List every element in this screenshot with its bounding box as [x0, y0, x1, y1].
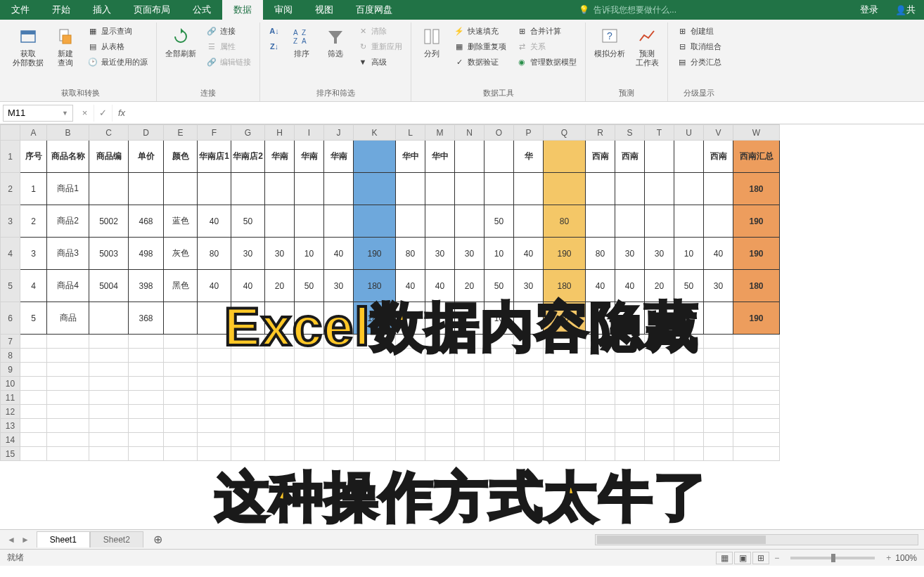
row-header[interactable]: 2 — [1, 173, 20, 205]
empty-cell[interactable] — [354, 363, 396, 377]
data-cell[interactable]: 468 — [129, 205, 164, 238]
column-header[interactable]: R — [586, 125, 615, 141]
data-cell[interactable]: 灰色 — [164, 238, 198, 270]
empty-cell[interactable] — [615, 377, 645, 391]
data-cell[interactable] — [129, 173, 164, 205]
empty-cell[interactable] — [47, 335, 89, 349]
empty-cell[interactable] — [231, 447, 265, 461]
data-cell[interactable]: 10 — [485, 238, 514, 270]
empty-cell[interactable] — [265, 335, 295, 349]
header-cell[interactable]: 序号 — [20, 141, 47, 173]
empty-cell[interactable] — [586, 363, 615, 377]
menu-tab-页面布局[interactable]: 页面布局 — [122, 0, 181, 20]
formula-input[interactable] — [131, 105, 924, 122]
empty-cell[interactable] — [231, 433, 265, 447]
row-header[interactable]: 3 — [1, 205, 20, 238]
data-cell[interactable]: 30 — [231, 238, 265, 270]
menu-tab-视图[interactable]: 视图 — [304, 0, 345, 20]
data-cell[interactable]: 商品2 — [47, 205, 89, 238]
empty-cell[interactable] — [164, 363, 198, 377]
header-cell[interactable]: 华 — [514, 141, 544, 173]
empty-cell[interactable] — [295, 391, 324, 405]
data-cell[interactable]: 50 — [295, 270, 324, 302]
data-cell[interactable] — [295, 173, 324, 205]
header-cell[interactable]: 华南 — [324, 141, 354, 173]
empty-cell[interactable] — [47, 363, 89, 377]
header-cell[interactable]: 西南 — [704, 141, 733, 173]
empty-cell[interactable] — [645, 447, 674, 461]
data-cell[interactable]: 40 — [396, 270, 425, 302]
data-cell[interactable] — [514, 302, 544, 335]
data-cell[interactable] — [674, 302, 704, 335]
empty-cell[interactable] — [129, 419, 164, 433]
advanced-filter-button[interactable]: ▼高级 — [354, 55, 405, 69]
data-cell[interactable]: 20 — [645, 270, 674, 302]
empty-cell[interactable] — [674, 335, 704, 349]
empty-cell[interactable] — [586, 419, 615, 433]
empty-cell[interactable] — [324, 363, 354, 377]
data-cell[interactable] — [265, 302, 295, 335]
data-cell[interactable]: 30 — [324, 270, 354, 302]
data-cell[interactable] — [89, 302, 129, 335]
data-cell[interactable] — [455, 173, 485, 205]
empty-cell[interactable] — [514, 447, 544, 461]
data-cell[interactable] — [231, 173, 265, 205]
data-cell[interactable]: 2 — [20, 205, 47, 238]
empty-cell[interactable] — [425, 391, 455, 405]
empty-cell[interactable] — [164, 335, 198, 349]
column-header[interactable]: W — [733, 125, 780, 141]
row-header[interactable]: 9 — [1, 363, 20, 377]
data-cell[interactable]: 50 — [485, 270, 514, 302]
empty-cell[interactable] — [198, 419, 231, 433]
empty-cell[interactable] — [704, 405, 733, 419]
empty-cell[interactable] — [164, 405, 198, 419]
empty-cell[interactable] — [586, 335, 615, 349]
empty-cell[interactable] — [47, 391, 89, 405]
empty-cell[interactable] — [324, 447, 354, 461]
zoom-level[interactable]: 100% — [895, 553, 917, 563]
empty-cell[interactable] — [704, 447, 733, 461]
data-cell[interactable]: 80 — [586, 302, 615, 335]
horizontal-scrollbar[interactable] — [172, 534, 924, 545]
empty-cell[interactable] — [544, 433, 586, 447]
sheet-tab-Sheet1[interactable]: Sheet1 — [37, 531, 90, 547]
empty-cell[interactable] — [455, 377, 485, 391]
column-header[interactable]: I — [295, 125, 324, 141]
column-header[interactable]: L — [396, 125, 425, 141]
spreadsheet-grid[interactable]: ABCDEFGHIJKLMNOPQRSTUVW1序号商品名称商品编单价颜色华南店… — [0, 124, 924, 529]
data-model-button[interactable]: ◉管理数据模型 — [513, 55, 579, 69]
data-cell[interactable] — [425, 205, 455, 238]
empty-cell[interactable] — [674, 419, 704, 433]
empty-cell[interactable] — [733, 419, 780, 433]
data-cell[interactable] — [354, 173, 396, 205]
column-header[interactable]: H — [265, 125, 295, 141]
column-header[interactable]: P — [514, 125, 544, 141]
data-cell[interactable]: 80 — [396, 238, 425, 270]
data-cell[interactable]: 30 — [265, 238, 295, 270]
empty-cell[interactable] — [733, 363, 780, 377]
empty-cell[interactable] — [89, 391, 129, 405]
data-cell[interactable]: 20 — [455, 270, 485, 302]
empty-cell[interactable] — [20, 447, 47, 461]
empty-cell[interactable] — [485, 377, 514, 391]
fx-icon[interactable]: fx — [113, 108, 131, 118]
empty-cell[interactable] — [354, 349, 396, 363]
page-layout-button[interactable]: ▣ — [734, 552, 751, 564]
empty-cell[interactable] — [295, 335, 324, 349]
empty-cell[interactable] — [425, 447, 455, 461]
empty-cell[interactable] — [265, 419, 295, 433]
empty-cell[interactable] — [645, 335, 674, 349]
row-header[interactable]: 7 — [1, 335, 20, 349]
header-cell[interactable] — [544, 141, 586, 173]
empty-cell[interactable] — [514, 335, 544, 349]
empty-cell[interactable] — [129, 363, 164, 377]
data-cell[interactable]: 4 — [20, 270, 47, 302]
data-cell[interactable]: 30 — [645, 302, 674, 335]
column-header[interactable]: M — [425, 125, 455, 141]
data-cell[interactable]: 190 — [544, 238, 586, 270]
empty-cell[interactable] — [704, 349, 733, 363]
header-cell[interactable]: 商品名称 — [47, 141, 89, 173]
empty-cell[interactable] — [164, 349, 198, 363]
empty-cell[interactable] — [733, 391, 780, 405]
empty-cell[interactable] — [645, 405, 674, 419]
